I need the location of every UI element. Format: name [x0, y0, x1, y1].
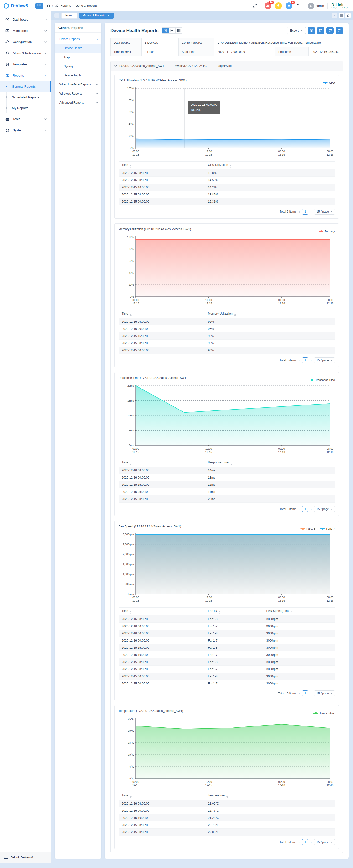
critical-alarm-button[interactable]: 26 [264, 2, 271, 9]
view-table-toggle[interactable] [175, 28, 182, 33]
view-chart-toggle[interactable] [169, 28, 175, 33]
page-size-select[interactable]: 15 / page [314, 506, 335, 512]
column-header-response-time[interactable]: Response Time [205, 459, 335, 467]
breadcrumb-reports[interactable]: Reports [60, 4, 71, 7]
tree-group-device-reports[interactable]: Device Reports [55, 35, 101, 44]
sidebar-item-label: Templates [13, 63, 41, 66]
prev-page-button[interactable]: ‹ [299, 210, 300, 214]
data-table-cpu: TimeCPU Utilization2020-12-16 08:00:0013… [119, 161, 335, 205]
column-header-time[interactable]: Time [119, 310, 205, 318]
sidebar-item-reports[interactable]: Reports [0, 70, 51, 81]
table-cell: 2020-12-16 08:00:00 [119, 623, 205, 630]
tree-item-device-top-n[interactable]: Device Top N [55, 71, 101, 80]
view-report-toggle[interactable] [162, 28, 169, 33]
prev-page-button[interactable]: ‹ [299, 359, 300, 362]
legend-item-fan1-8[interactable]: Fan1-8 [300, 527, 315, 530]
prev-page-button[interactable]: ‹ [299, 840, 300, 844]
pagination-total: Total 5 items [280, 841, 296, 844]
close-all-tabs-button[interactable] [345, 13, 351, 18]
collapse-sidebar-icon[interactable] [4, 856, 8, 859]
export-button[interactable]: Export [287, 27, 306, 34]
tree-group-wireless-reports[interactable]: Wireless Reports [55, 89, 101, 98]
tab-scroll-right-button[interactable]: › [332, 13, 337, 18]
legend-item-response-time[interactable]: Response Time [310, 378, 335, 381]
tree-item-device-health[interactable]: Device Health [55, 44, 101, 53]
legend-item-temperature[interactable]: Temperature [313, 712, 335, 715]
table-cell: 2020-12-15 08:00:00 [119, 488, 205, 495]
settings-button[interactable] [335, 27, 343, 34]
next-page-button[interactable]: › [311, 840, 312, 844]
sidebar-item-templates[interactable]: Templates [0, 59, 51, 70]
sidebar-item-alarm-notification[interactable]: Alarm & Notification [0, 48, 51, 59]
column-header-memory-utilization[interactable]: Memory Utilization [205, 310, 335, 318]
sidebar-item-general-reports[interactable]: General Reports [0, 81, 51, 92]
sidebar-item-tools[interactable]: Tools [0, 113, 51, 125]
tab-general-reports[interactable]: General Reports ✕ [79, 13, 114, 19]
table-cell: Fan1-8 [205, 658, 263, 665]
tree-item-trap[interactable]: Trap [55, 53, 101, 62]
page-number-button[interactable]: 1 [302, 690, 308, 696]
chart-legend: CPU [323, 78, 335, 84]
next-page-button[interactable]: › [311, 692, 312, 695]
column-header-temperature[interactable]: Temperature [205, 792, 335, 800]
sidebar-item-system[interactable]: System [0, 125, 51, 136]
svg-text:12:00: 12:00 [205, 150, 212, 153]
sidebar-item-dashboard[interactable]: Dashboard [0, 14, 51, 25]
svg-text:0ms: 0ms [129, 444, 134, 447]
refresh-button[interactable] [326, 27, 334, 34]
column-header-time[interactable]: Time [119, 792, 205, 800]
legend-label: Fan1-7 [326, 527, 335, 530]
home-icon[interactable] [47, 4, 50, 8]
legend-item-fan1-7[interactable]: Fan1-7 [320, 527, 335, 530]
column-header-time[interactable]: Time [119, 608, 205, 616]
column-header-time[interactable]: Time [119, 459, 205, 467]
table-row: 2020-12-15 00:00:00Fan1-83000rpm [119, 673, 335, 680]
tree-group-wired-interface-reports[interactable]: Wired Interface Reports [55, 80, 101, 89]
schedule-report-button[interactable] [317, 27, 324, 34]
menu-list-icon [37, 4, 41, 7]
chart-view-icon [170, 29, 174, 32]
tree-group-advanced-reports[interactable]: Advanced Reports [55, 98, 101, 107]
tree-item-label: Trap [64, 56, 98, 59]
user-menu[interactable]: admin [308, 3, 324, 9]
legend-item-memory[interactable]: Memory [319, 230, 335, 233]
page-size-select[interactable]: 15 / page [314, 357, 335, 363]
chart-memory: 0%20%40%60%80%100%00:0012-1512:0012-1500… [119, 234, 334, 308]
tab-home[interactable]: Home [61, 13, 77, 19]
page-number-button[interactable]: 1 [302, 357, 308, 363]
page-size-select[interactable]: 15 / page [314, 839, 335, 845]
notification-bell-icon[interactable] [296, 4, 300, 8]
sidebar-item-monitoring[interactable]: Monitoring [0, 25, 51, 36]
tree-item-syslog[interactable]: Syslog [55, 62, 101, 71]
location-alerts-button[interactable]: 6 [286, 2, 292, 9]
fullscreen-icon[interactable] [253, 4, 257, 8]
svg-text:15ms: 15ms [127, 399, 134, 402]
next-page-button[interactable]: › [311, 210, 312, 214]
page-size-select[interactable]: 15 / page [314, 690, 335, 696]
column-header-fan-id[interactable]: Fan ID [205, 608, 263, 616]
next-page-button[interactable]: › [311, 507, 312, 511]
sidebar-item-scheduled-reports[interactable]: Scheduled Reports [0, 92, 51, 103]
close-tab-icon[interactable]: ✕ [107, 14, 110, 17]
tab-list-button[interactable] [339, 13, 344, 18]
page-number-button[interactable]: 1 [302, 506, 308, 512]
table-cell: 13.82% [205, 191, 335, 198]
tab-scroll-left-button[interactable]: ‹ [54, 13, 59, 18]
column-header-fan-speed-rpm-[interactable]: FAN Speed(rpm) [263, 608, 335, 616]
next-page-button[interactable]: › [311, 359, 312, 362]
prev-page-button[interactable]: ‹ [299, 507, 300, 511]
column-header-cpu-utilization[interactable]: CPU Utilization [205, 162, 335, 169]
device-group-header[interactable]: 172.18.192.4/Sales_Access_SW1 Switch/DGS… [111, 61, 343, 71]
sidebar-item-my-reports[interactable]: My Reports [0, 103, 51, 113]
page-number-button[interactable]: 1 [302, 209, 308, 215]
pagination-temperature: Total 5 items ‹ 1 › 15 / page [119, 839, 335, 845]
column-header-time[interactable]: Time [119, 162, 205, 169]
legend-item-cpu[interactable]: CPU [323, 81, 335, 84]
page-number-button[interactable]: 1 [302, 839, 308, 845]
sidebar-toggle-button[interactable] [35, 3, 43, 9]
prev-page-button[interactable]: ‹ [299, 692, 300, 695]
save-report-button[interactable] [308, 27, 315, 34]
warning-alarm-button[interactable] [275, 2, 282, 9]
sidebar-item-configuration[interactable]: Configuration [0, 36, 51, 48]
page-size-select[interactable]: 15 / page [314, 209, 335, 215]
